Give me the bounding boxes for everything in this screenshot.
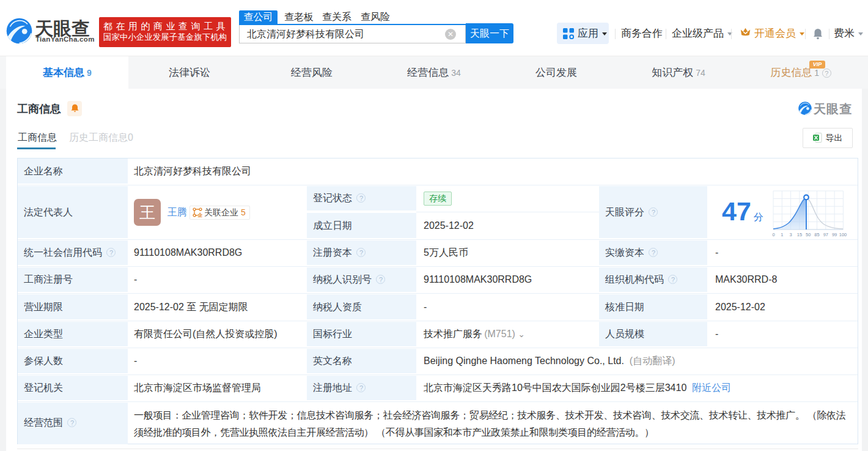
- svg-text:企: 企: [197, 212, 202, 217]
- svg-text:50: 50: [806, 232, 811, 237]
- svg-text:99: 99: [832, 232, 837, 237]
- svg-text:0: 0: [772, 232, 774, 237]
- svg-text:85: 85: [814, 232, 819, 237]
- svg-text:100: 100: [839, 232, 847, 237]
- svg-text:97: 97: [823, 232, 828, 237]
- svg-text:1: 1: [781, 232, 783, 237]
- svg-text:3: 3: [790, 232, 792, 237]
- svg-text:15: 15: [797, 232, 802, 237]
